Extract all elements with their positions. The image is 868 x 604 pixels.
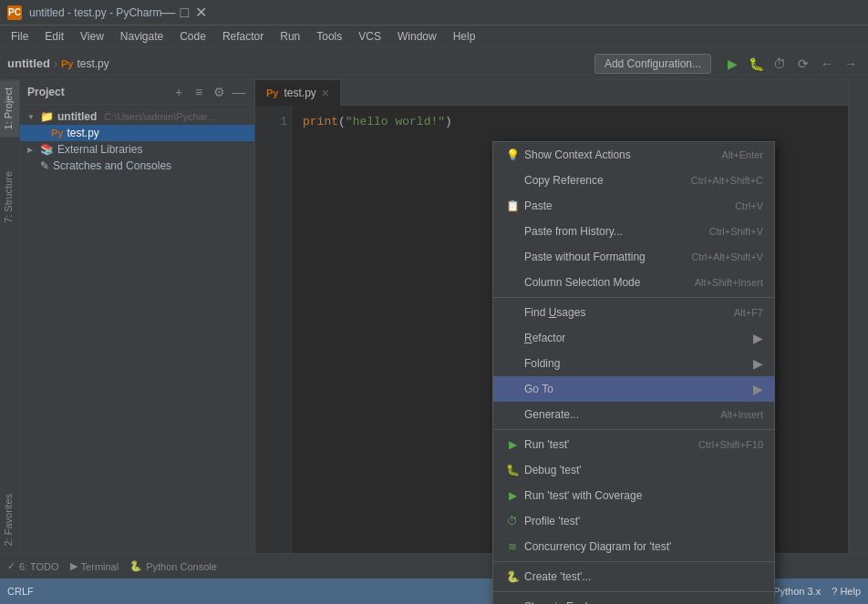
ctx-label-copy-reference: Copy Reference	[524, 174, 684, 187]
ctx-label-paste-without-formatting: Paste without Formatting	[524, 251, 684, 263]
menu-edit[interactable]: Edit	[37, 28, 71, 45]
tree-item-root[interactable]: ▼ 📁 untitled C:\Users\admin\Pychar...	[20, 108, 254, 125]
ctx-go-to[interactable]: Go To ▶	[493, 376, 774, 402]
tree-item-ext-libs[interactable]: ▶ 📚 External Libraries	[20, 141, 254, 158]
ctx-folding[interactable]: Folding ▶	[493, 351, 774, 376]
menu-tools[interactable]: Tools	[309, 28, 349, 45]
status-lf[interactable]: CRLF	[7, 586, 34, 597]
editor-tab-testpy[interactable]: Py test.py ×	[255, 80, 341, 106]
menu-code[interactable]: Code	[172, 28, 213, 45]
ctx-profile-test[interactable]: ⏱ Profile 'test'	[493, 508, 774, 534]
close-button[interactable]: ✕	[194, 6, 207, 19]
nav-back-button[interactable]: ←	[817, 54, 837, 74]
tree-label-testpy: test.py	[67, 127, 98, 139]
menu-vcs[interactable]: VCS	[351, 28, 388, 45]
ctx-paste-without-formatting[interactable]: Paste without Formatting Ctrl+Alt+Shift+…	[493, 244, 774, 270]
ctx-shortcut-column-selection-mode: Alt+Shift+Insert	[695, 277, 763, 288]
context-menu: 💡 Show Context Actions Alt+Enter Copy Re…	[492, 141, 775, 604]
tab-label-testpy: test.py	[284, 87, 315, 99]
breadcrumb-sep1: ›	[54, 57, 57, 70]
py-file-icon: Py	[51, 128, 63, 138]
breadcrumb: untitled › Py test.py	[7, 56, 109, 70]
paste-history-icon	[504, 223, 521, 240]
sidebar-item-structure[interactable]: 7: Structure	[0, 164, 19, 230]
status-help[interactable]: ? Help	[832, 586, 861, 598]
ctx-refactor[interactable]: Refactor ▶	[493, 325, 774, 351]
tree-item-scratches[interactable]: ✎ Scratches and Consoles	[20, 158, 254, 174]
ctx-shortcut-find-usages: Alt+F7	[734, 307, 763, 318]
ctx-label-concurrency-diagram: Concurrency Diagram for 'test'	[524, 540, 756, 553]
bottom-item-todo[interactable]: ✓ 6: TODO	[7, 560, 59, 572]
menu-help[interactable]: Help	[446, 28, 483, 45]
ctx-debug-test[interactable]: 🐛 Debug 'test'	[493, 457, 774, 483]
ctx-find-usages[interactable]: Find Usages Alt+F7	[493, 300, 774, 325]
breadcrumb-root[interactable]: untitled	[7, 56, 50, 70]
run-button[interactable]: ▶	[722, 54, 742, 74]
ctx-column-selection-mode[interactable]: Column Selection Mode Alt+Shift+Insert	[493, 270, 774, 295]
menu-view[interactable]: View	[73, 28, 111, 45]
ctx-label-debug-test: Debug 'test'	[524, 464, 756, 476]
ctx-sep-2	[493, 429, 774, 430]
tree-label-scratches: Scratches and Consoles	[53, 159, 171, 172]
minimize-button[interactable]: —	[161, 6, 174, 19]
menu-run[interactable]: Run	[273, 28, 307, 45]
ctx-paste-from-history[interactable]: Paste from History... Ctrl+Shift+V	[493, 219, 774, 244]
project-minimize-button[interactable]: —	[231, 84, 247, 100]
nav-fwd-button[interactable]: →	[841, 54, 861, 74]
ctx-run-with-coverage[interactable]: ▶ Run 'test' with Coverage	[493, 483, 774, 508]
project-settings-button[interactable]: ⚙	[211, 84, 227, 100]
goto-icon	[504, 381, 521, 397]
string-value: "hello world!"	[346, 115, 445, 128]
ctx-show-in-explorer[interactable]: Show in Explorer	[493, 594, 774, 604]
menu-refactor[interactable]: Refactor	[215, 28, 271, 45]
tree-item-testpy[interactable]: Py test.py	[20, 125, 254, 141]
tree-arrow-ext-libs: ▶	[27, 146, 36, 154]
left-sidebar-tabs: 1: Project 7: Structure 2: Favorites	[0, 80, 20, 553]
col-sel-icon	[504, 274, 521, 291]
ctx-create-test[interactable]: 🐍 Create 'test'...	[493, 564, 774, 589]
project-menu-button[interactable]: ≡	[191, 84, 207, 100]
ctx-concurrency-diagram[interactable]: ≋ Concurrency Diagram for 'test'	[493, 534, 774, 559]
ctx-sep-4	[493, 591, 774, 592]
debug-icon: 🐛	[504, 462, 521, 478]
ctx-show-context-actions[interactable]: 💡 Show Context Actions Alt+Enter	[493, 142, 774, 168]
project-add-button[interactable]: +	[170, 84, 187, 100]
app-icon: PC	[7, 5, 22, 20]
bottom-item-terminal[interactable]: ▶ Terminal	[70, 560, 119, 572]
coverage-button[interactable]: ⏱	[770, 54, 790, 74]
ctx-run-test[interactable]: ▶ Run 'test' Ctrl+Shift+F10	[493, 432, 774, 457]
debug-button[interactable]: 🐛	[746, 54, 766, 74]
editor-tabs: Py test.py ×	[255, 80, 848, 106]
tab-close-testpy[interactable]: ×	[322, 86, 329, 100]
ctx-label-show-in-explorer: Show in Explorer	[524, 600, 756, 604]
ctx-copy-reference[interactable]: Copy Reference Ctrl+Alt+Shift+C	[493, 168, 774, 193]
ctx-paste[interactable]: 📋 Paste Ctrl+V	[493, 193, 774, 219]
breadcrumb-file[interactable]: test.py	[77, 57, 108, 70]
menu-window[interactable]: Window	[390, 28, 444, 45]
ctx-sep-3	[493, 561, 774, 562]
refactor-arrow: ▶	[753, 331, 763, 345]
run-buttons: ▶ 🐛 ⏱ ⟳ ← →	[722, 54, 861, 74]
menu-navigate[interactable]: Navigate	[113, 28, 170, 45]
folding-icon	[504, 355, 521, 372]
reload-button[interactable]: ⟳	[793, 54, 813, 74]
paste-no-fmt-icon	[504, 249, 521, 265]
add-configuration-button[interactable]: Add Configuration...	[594, 54, 711, 74]
ctx-generate[interactable]: Generate... Alt+Insert	[493, 402, 774, 427]
menu-file[interactable]: File	[4, 28, 36, 45]
ctx-label-generate: Generate...	[524, 408, 713, 421]
sidebar-item-favorites[interactable]: 2: Favorites	[0, 486, 19, 553]
right-sidebar	[848, 80, 868, 553]
project-panel-title: Project	[27, 86, 167, 98]
sidebar-item-project[interactable]: 1: Project	[0, 80, 19, 137]
bottom-label-terminal: Terminal	[81, 561, 119, 572]
toolbar: untitled › Py test.py Add Configuration.…	[0, 47, 868, 80]
line-numbers: 1	[255, 106, 292, 553]
ctx-label-paste: Paste	[524, 200, 728, 212]
copy-ref-icon	[504, 172, 521, 189]
paren-close: )	[445, 115, 452, 128]
ctx-label-folding: Folding	[524, 357, 742, 370]
bottom-item-python-console[interactable]: 🐍 Python Console	[129, 560, 217, 572]
maximize-button[interactable]: □	[178, 6, 191, 19]
generate-icon	[504, 406, 521, 423]
